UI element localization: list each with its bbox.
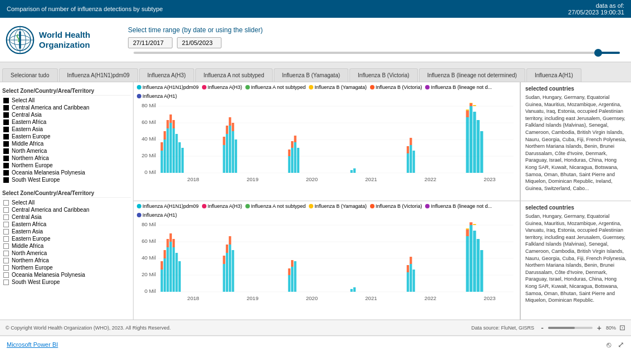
tab-b-victoria[interactable]: Influenza B (Victoria) (349, 68, 418, 82)
zone-item[interactable]: Northern Africa (2, 257, 131, 264)
svg-rect-110 (353, 287, 356, 292)
svg-rect-58 (410, 138, 412, 145)
svg-rect-43 (229, 117, 231, 126)
zone-item[interactable]: Eastern Africa (2, 118, 131, 126)
svg-rect-55 (410, 145, 412, 173)
svg-rect-34 (170, 114, 172, 123)
svg-rect-95 (170, 233, 172, 242)
svg-rect-61 (473, 112, 476, 173)
svg-rect-42 (226, 126, 228, 134)
expand-icon[interactable]: ⤢ (618, 340, 624, 349)
svg-text:2022: 2022 (425, 177, 436, 182)
zone-item[interactable]: North America (2, 250, 131, 257)
svg-rect-113 (413, 270, 415, 292)
svg-rect-51 (294, 136, 296, 142)
date-to[interactable]: 21/05/2023 (177, 37, 221, 48)
main-content: Select Zone/Country/Area/Territory Selec… (0, 82, 631, 320)
svg-rect-31 (161, 142, 163, 151)
zoom-plus-button[interactable]: + (596, 323, 603, 332)
selected-countries-text-2: Sudan, Hungary, Germany, Equatorial Guin… (525, 213, 627, 304)
powerbi-link[interactable]: Microsoft Power BI (7, 341, 58, 348)
zone-item[interactable]: Eastern Asia (2, 228, 131, 235)
svg-rect-27 (172, 128, 175, 173)
zone-item[interactable]: Select All (2, 199, 131, 206)
powerbi-footer: Microsoft Power BI ⎋ ⤢ (0, 335, 631, 353)
svg-rect-54 (407, 153, 409, 173)
data-as-label: data as of: (568, 2, 624, 9)
svg-rect-39 (232, 131, 234, 173)
chart-svg-1: 80 Mil 60 Mil 40 Mil 20 Mil 0 Mil 2018 2… (137, 101, 516, 184)
zone-item[interactable]: Central Asia (2, 111, 131, 118)
date-slider[interactable] (134, 52, 620, 54)
tab-h3[interactable]: Influenza A(H3) (139, 68, 194, 82)
tab-selecionar-tudo[interactable]: Selecionar tudo (2, 68, 58, 82)
svg-rect-116 (466, 236, 469, 292)
svg-rect-44 (232, 123, 234, 131)
zone-item[interactable]: South West Europe (2, 176, 131, 183)
svg-rect-60 (470, 106, 472, 173)
svg-text:2018: 2018 (188, 296, 199, 301)
data-date: 27/05/2023 19:00:31 (568, 9, 624, 16)
zone-item[interactable]: Northern Europe (2, 162, 131, 169)
zone-item[interactable]: Eastern Asia (2, 126, 131, 133)
chart-1: Influenza A(H1N1)pdm09Influenza A(H3)Inf… (134, 82, 520, 201)
zone-item[interactable]: Middle Africa (2, 242, 131, 250)
legend-item: Influenza A(H1N1)pdm09 (137, 203, 199, 209)
svg-text:2023: 2023 (484, 177, 495, 182)
legend-item: Influenza A not subtyped (245, 84, 305, 90)
svg-rect-124 (473, 224, 476, 225)
svg-text:60 Mil: 60 Mil (142, 119, 156, 125)
svg-rect-120 (480, 250, 483, 292)
svg-text:2023: 2023 (484, 296, 495, 301)
tab-h1[interactable]: Influenza A(H1) (526, 68, 581, 82)
zone-item[interactable]: Central America and Caribbean (2, 206, 131, 213)
right-panel: selected countries Sudan, Hungary, Germa… (520, 82, 631, 320)
svg-rect-122 (470, 222, 472, 225)
fullscreen-icon[interactable]: ⊡ (619, 323, 625, 332)
who-text: World Health Organization (39, 30, 95, 50)
tab-h1n1[interactable]: Influenza A(H1N1)pdm09 (59, 68, 138, 82)
page-title: Comparison of number of influenza detect… (7, 6, 163, 12)
svg-rect-64 (466, 111, 469, 117)
svg-rect-28 (175, 134, 178, 173)
tab-a-not-subtyped[interactable]: Influenza A not subtyped (195, 68, 273, 82)
svg-rect-88 (170, 242, 172, 292)
zoom-slider[interactable] (548, 327, 593, 329)
svg-rect-65 (470, 103, 472, 106)
zone-item[interactable]: North America (2, 147, 131, 154)
share-icon[interactable]: ⎋ (607, 340, 611, 349)
zone-item[interactable]: Eastern Africa (2, 221, 131, 228)
zoom-minus-button[interactable]: - (540, 323, 545, 332)
data-source: Data source: FluNet, GISRS (471, 325, 534, 331)
svg-rect-37 (226, 134, 228, 173)
zone-item[interactable]: Oceania Melanesia Polynesia (2, 271, 131, 278)
zone-item[interactable]: Middle Africa (2, 140, 131, 147)
svg-text:20 Mil: 20 Mil (142, 153, 156, 158)
zone-item[interactable]: Oceania Melanesia Polynesia (2, 169, 131, 176)
zone-item[interactable]: Eastern Europe (2, 235, 131, 242)
svg-text:2019: 2019 (247, 177, 258, 182)
zone-item[interactable]: Central America and Caribbean (2, 104, 131, 111)
zone-item[interactable]: Northern Africa (2, 154, 131, 162)
date-from[interactable]: 27/11/2017 (128, 37, 172, 48)
svg-rect-121 (466, 230, 469, 236)
zone-item[interactable]: South West Europe (2, 278, 131, 286)
svg-rect-56 (413, 151, 415, 173)
zone-item[interactable]: Select All (2, 97, 131, 104)
svg-rect-66 (466, 109, 469, 111)
date-inputs: 27/11/2017 21/05/2023 (128, 37, 625, 48)
zone-item[interactable]: Eastern Europe (2, 133, 131, 140)
zone-item[interactable]: Northern Europe (2, 264, 131, 271)
legend-item: Influenza B (Yamagata) (309, 84, 367, 90)
tab-b-yamagata[interactable]: Influenza B (Yamagata) (274, 68, 348, 82)
charts-area: Influenza A(H1N1)pdm09Influenza A(H3)Inf… (134, 82, 520, 320)
tab-b-lineage[interactable]: Influenza B (lineage not determined) (419, 68, 525, 82)
svg-text:2021: 2021 (365, 177, 377, 182)
who-name: World Health Organization (39, 30, 95, 50)
legend-item: Influenza B (Yamagata) (309, 203, 367, 209)
zone-header-2: Select Zone/Country/Area/Territory (2, 188, 131, 198)
who-emblem-icon (6, 26, 34, 54)
zone-item[interactable]: Central Asia (2, 213, 131, 221)
svg-rect-89 (172, 247, 175, 292)
chart-2: Influenza A(H1N1)pdm09Influenza A(H3)Inf… (134, 201, 520, 320)
